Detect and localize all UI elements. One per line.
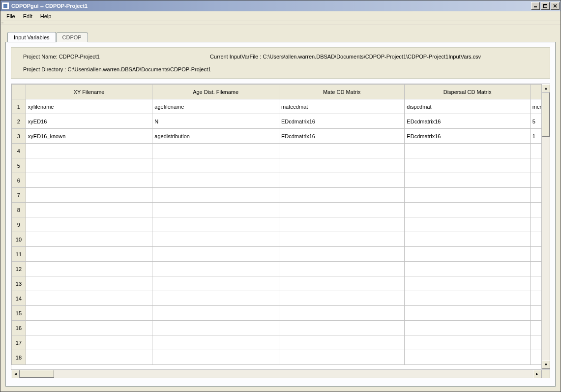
grid-corner[interactable] [12, 85, 26, 99]
cell-age[interactable] [152, 350, 279, 365]
cell-mate[interactable]: EDcdmatrix16 [279, 129, 404, 144]
cell-mate[interactable] [279, 203, 404, 217]
cell-xy[interactable] [26, 144, 152, 158]
row-header[interactable]: 13 [12, 276, 26, 291]
col-header-xy[interactable]: XY Filename [26, 85, 152, 99]
cell-disp[interactable] [405, 276, 530, 291]
cell-disp[interactable]: dispcdmat [405, 99, 530, 114]
horizontal-scrollbar[interactable]: ◄ ► [11, 369, 541, 378]
cell-mate[interactable] [279, 188, 404, 203]
cell-disp[interactable] [405, 144, 530, 158]
cell-age[interactable]: N [152, 114, 279, 129]
cell-xy[interactable] [26, 321, 152, 335]
cell-mate[interactable] [279, 217, 404, 232]
cell-mate[interactable] [279, 232, 404, 247]
cell-disp[interactable] [405, 217, 530, 232]
cell-disp[interactable] [405, 291, 530, 306]
cell-disp[interactable] [405, 321, 530, 335]
cell-mate[interactable] [279, 350, 404, 365]
row-header[interactable]: 4 [12, 144, 26, 158]
col-header-age[interactable]: Age Dist. Filename [152, 85, 279, 99]
menu-help[interactable]: Help [36, 12, 56, 20]
cell-disp[interactable] [405, 188, 530, 203]
cell-mate[interactable] [279, 144, 404, 158]
cell-disp[interactable] [405, 232, 530, 247]
cell-mate[interactable] [279, 321, 404, 335]
cell-age[interactable]: agedistribution [152, 129, 279, 144]
tab-cdpop[interactable]: CDPOP [56, 32, 88, 42]
cell-disp[interactable] [405, 350, 530, 365]
cell-mate[interactable]: matecdmat [279, 99, 404, 114]
cell-xy[interactable] [26, 291, 152, 306]
row-header[interactable]: 8 [12, 203, 26, 217]
col-header-disp[interactable]: Dispersal CD Matrix [405, 85, 530, 99]
cell-age[interactable] [152, 173, 279, 188]
cell-age[interactable] [152, 158, 279, 173]
cell-mate[interactable] [279, 158, 404, 173]
tab-input-variables[interactable]: Input Variables [7, 32, 56, 42]
cell-age[interactable] [152, 203, 279, 217]
row-header[interactable]: 5 [12, 158, 26, 173]
row-header[interactable]: 11 [12, 247, 26, 262]
row-header[interactable]: 18 [12, 350, 26, 365]
cell-xy[interactable] [26, 350, 152, 365]
row-header[interactable]: 17 [12, 335, 26, 350]
cell-mate[interactable] [279, 262, 404, 276]
close-button[interactable] [551, 2, 560, 10]
menu-edit[interactable]: Edit [19, 12, 36, 20]
cell-disp[interactable] [405, 247, 530, 262]
cell-xy[interactable] [26, 232, 152, 247]
cell-xy[interactable] [26, 158, 152, 173]
cell-age[interactable] [152, 291, 279, 306]
cell-age[interactable]: agefilename [152, 99, 279, 114]
cell-age[interactable] [152, 262, 279, 276]
cell-mate[interactable] [279, 335, 404, 350]
cell-disp[interactable] [405, 306, 530, 321]
cell-xy[interactable] [26, 217, 152, 232]
scroll-up-icon[interactable]: ▲ [542, 84, 550, 92]
scroll-left-icon[interactable]: ◄ [11, 370, 20, 378]
maximize-button[interactable] [541, 2, 550, 10]
cell-xy[interactable] [26, 276, 152, 291]
cell-age[interactable] [152, 144, 279, 158]
scroll-down-icon[interactable]: ▼ [542, 361, 550, 369]
row-header[interactable]: 9 [12, 217, 26, 232]
cell-age[interactable] [152, 335, 279, 350]
cell-age[interactable] [152, 321, 279, 335]
cell-xy[interactable]: xyED16 [26, 114, 152, 129]
row-header[interactable]: 7 [12, 188, 26, 203]
cell-age[interactable] [152, 247, 279, 262]
cell-mate[interactable] [279, 247, 404, 262]
cell-age[interactable] [152, 232, 279, 247]
vscroll-thumb[interactable] [542, 92, 550, 137]
cell-disp[interactable] [405, 335, 530, 350]
hscroll-track[interactable] [20, 370, 533, 378]
row-header[interactable]: 15 [12, 306, 26, 321]
cell-xy[interactable] [26, 247, 152, 262]
cell-disp[interactable] [405, 262, 530, 276]
cell-mate[interactable]: EDcdmatrix16 [279, 114, 404, 129]
row-header[interactable]: 16 [12, 321, 26, 335]
cell-disp[interactable] [405, 158, 530, 173]
cell-mate[interactable] [279, 173, 404, 188]
cell-xy[interactable] [26, 335, 152, 350]
cell-xy[interactable] [26, 262, 152, 276]
cell-disp[interactable]: EDcdmatrix16 [405, 114, 530, 129]
cell-age[interactable] [152, 188, 279, 203]
cell-mate[interactable] [279, 276, 404, 291]
cell-age[interactable] [152, 306, 279, 321]
cell-xy[interactable] [26, 188, 152, 203]
cell-xy[interactable] [26, 306, 152, 321]
cell-xy[interactable]: xyfilename [26, 99, 152, 114]
menu-file[interactable]: File [2, 12, 19, 20]
cell-mate[interactable] [279, 306, 404, 321]
row-header[interactable]: 3 [12, 129, 26, 144]
cell-disp[interactable] [405, 203, 530, 217]
cell-disp[interactable] [405, 173, 530, 188]
vertical-scrollbar[interactable]: ▲ ▼ [541, 84, 550, 369]
row-header[interactable]: 14 [12, 291, 26, 306]
row-header[interactable]: 12 [12, 262, 26, 276]
minimize-button[interactable] [531, 2, 540, 10]
toolbar-gripper[interactable]: :: [0, 21, 561, 25]
scroll-right-icon[interactable]: ► [533, 370, 541, 378]
